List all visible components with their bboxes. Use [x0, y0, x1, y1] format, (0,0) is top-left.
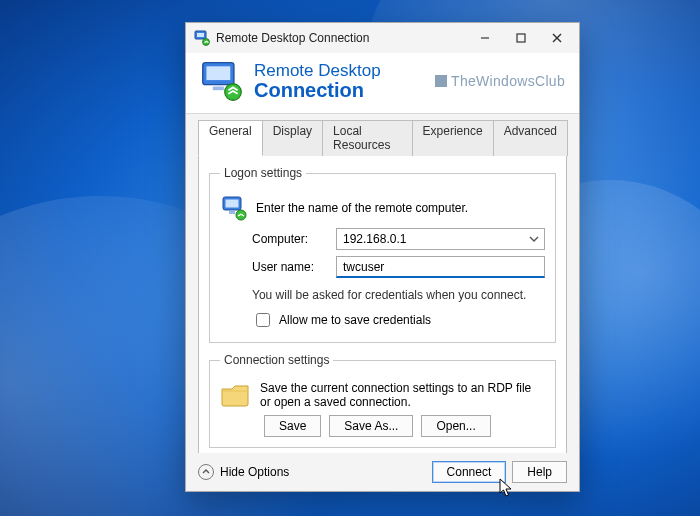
tabstrip: General Display Local Resources Experien…	[198, 120, 567, 156]
svg-rect-9	[213, 87, 224, 91]
computer-combo[interactable]	[336, 228, 545, 250]
connect-button[interactable]: Connect	[432, 461, 507, 483]
tab-panel-general: Logon settings Enter the name of the rem…	[198, 155, 567, 471]
header-line1: Remote Desktop	[254, 61, 381, 81]
computer-label: Computer:	[252, 232, 330, 246]
titlebar: Remote Desktop Connection	[186, 23, 579, 53]
connection-legend: Connection settings	[220, 353, 333, 367]
logon-hint: Enter the name of the remote computer.	[256, 201, 468, 215]
connection-desc: Save the current connection settings to …	[260, 381, 545, 409]
tab-experience[interactable]: Experience	[412, 120, 494, 156]
tab-display[interactable]: Display	[262, 120, 323, 156]
saveas-button[interactable]: Save As...	[329, 415, 413, 437]
svg-rect-4	[517, 34, 525, 42]
save-credentials-checkbox[interactable]	[256, 313, 270, 327]
svg-rect-1	[197, 33, 204, 37]
window-title: Remote Desktop Connection	[216, 31, 467, 45]
maximize-button[interactable]	[503, 24, 539, 52]
username-input[interactable]	[336, 256, 545, 278]
username-label: User name:	[252, 260, 330, 274]
minimize-button[interactable]	[467, 24, 503, 52]
rdp-app-icon	[194, 30, 210, 46]
hide-options-toggle[interactable]: Hide Options	[198, 464, 289, 480]
svg-rect-8	[206, 66, 230, 80]
rdp-window: Remote Desktop Connection Remote Desktop…	[185, 22, 580, 492]
computer-input[interactable]	[336, 228, 545, 250]
connection-settings-group: Connection settings Save the current con…	[209, 353, 556, 448]
header-line2: Connection	[254, 79, 381, 102]
hide-options-label: Hide Options	[220, 465, 289, 479]
credentials-note: You will be asked for credentials when y…	[252, 288, 545, 302]
footer: Hide Options Connect Help	[186, 453, 579, 491]
logon-settings-group: Logon settings Enter the name of the rem…	[209, 166, 556, 343]
svg-rect-13	[229, 211, 235, 214]
computer-icon	[220, 194, 248, 222]
save-credentials-label: Allow me to save credentials	[279, 313, 431, 327]
chevron-down-icon[interactable]	[526, 231, 542, 247]
tab-advanced[interactable]: Advanced	[493, 120, 568, 156]
close-button[interactable]	[539, 24, 575, 52]
help-button[interactable]: Help	[512, 461, 567, 483]
open-button[interactable]: Open...	[421, 415, 490, 437]
save-button[interactable]: Save	[264, 415, 321, 437]
rdp-banner-icon	[200, 59, 244, 103]
svg-rect-12	[226, 200, 239, 208]
folder-icon	[220, 381, 252, 409]
chevron-up-icon	[198, 464, 214, 480]
watermark: TheWindowsClub	[435, 73, 565, 89]
tab-localres[interactable]: Local Resources	[322, 120, 413, 156]
logon-legend: Logon settings	[220, 166, 306, 180]
header-banner: Remote Desktop Connection TheWindowsClub	[186, 53, 579, 114]
tab-general[interactable]: General	[198, 120, 263, 156]
